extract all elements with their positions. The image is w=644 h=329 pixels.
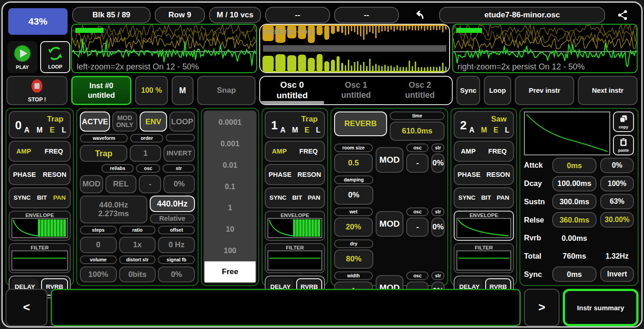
decay-time-button[interactable]: 100.00ms: [552, 176, 597, 191]
osc2-pan[interactable]: PAN: [497, 194, 509, 201]
osc2-filter-thumbnail[interactable]: [456, 250, 511, 271]
env-toggle[interactable]: ENV: [140, 111, 168, 132]
prev-instr-button[interactable]: Prev instr: [515, 76, 574, 105]
osc1-sync-bit-pan[interactable]: SYNC BIT PAN: [265, 187, 325, 208]
snap-button[interactable]: Snap: [197, 76, 256, 105]
room-size-button[interactable]: 0.5: [334, 154, 373, 173]
osc0-pan[interactable]: PAN: [53, 194, 66, 201]
osc2-amp[interactable]: AMP: [461, 148, 476, 155]
osc1-header[interactable]: 1 Trap A M E L: [265, 111, 325, 138]
osc1-reson[interactable]: RESON: [298, 171, 321, 178]
slot-2[interactable]: --: [334, 7, 399, 23]
osc1-bit[interactable]: BIT: [292, 194, 302, 201]
ratio-option-selected[interactable]: Free: [204, 261, 256, 282]
instr-summary-button[interactable]: Instr summary: [563, 289, 639, 326]
osc0-freq[interactable]: FREQ: [45, 148, 63, 155]
offset-button[interactable]: 0 Hz: [158, 237, 195, 254]
filename-field[interactable]: etude7-86-minor.osc: [439, 7, 605, 23]
osc1-filter-thumbnail[interactable]: [267, 250, 322, 271]
damping-button[interactable]: 0%: [334, 186, 373, 205]
reverb-title-button[interactable]: REVERB: [334, 111, 387, 136]
mod2-osc-button[interactable]: -: [406, 218, 429, 237]
signal-fb-button[interactable]: 0%: [158, 266, 195, 282]
freq-mode-button[interactable]: Relative: [150, 214, 195, 223]
osc2-reson[interactable]: RESON: [487, 171, 510, 178]
decay-pct-button[interactable]: 100%: [600, 176, 634, 191]
active-toggle[interactable]: ACTVE: [80, 111, 110, 132]
order-button[interactable]: 1: [130, 145, 161, 162]
osc0-reson[interactable]: RESON: [43, 171, 67, 178]
waveform-select-button[interactable]: Trap: [80, 145, 127, 162]
loop-toggle-button[interactable]: LOOP: [40, 41, 70, 73]
osc2-phase-reson[interactable]: PHASE RESON: [454, 164, 514, 185]
stop-button[interactable]: STOP !: [6, 76, 68, 105]
mod1-str-button[interactable]: 0%: [431, 154, 445, 173]
block-indicator[interactable]: Blk 85 / 89: [72, 7, 151, 23]
ratio-option[interactable]: 10: [204, 218, 256, 240]
osc1-sync[interactable]: SYNC: [269, 194, 287, 201]
steps-button[interactable]: 0: [80, 237, 117, 254]
osc2-filter-box[interactable]: FILTER: [454, 243, 514, 273]
mod-str-button[interactable]: 0%: [163, 175, 195, 193]
next-page-button[interactable]: >: [524, 289, 560, 326]
osc2-freq[interactable]: FREQ: [488, 148, 507, 155]
sustain-time-button[interactable]: 300.0ms: [552, 194, 597, 209]
voices-indicator[interactable]: M / 10 vcs: [209, 7, 261, 23]
slot-1[interactable]: --: [265, 7, 330, 23]
mono-button[interactable]: M: [172, 76, 194, 105]
invert-button[interactable]: INVERT: [163, 145, 195, 162]
ratio-option[interactable]: 0.001: [204, 133, 256, 154]
osc2-envelope-thumbnail[interactable]: [456, 218, 511, 238]
mod1-osc-button[interactable]: -: [406, 154, 429, 173]
undo-icon[interactable]: [409, 7, 429, 23]
ratio-option[interactable]: 1: [204, 197, 256, 218]
freq-value-button[interactable]: 440.0Hz: [150, 196, 195, 212]
loop-button[interactable]: Loop: [484, 76, 511, 105]
osc0-amp-freq[interactable]: AMP FREQ: [9, 141, 71, 162]
osc0-filter-thumbnail[interactable]: [11, 250, 68, 271]
osc2-bit[interactable]: BIT: [481, 194, 491, 201]
play-button[interactable]: PLAY: [7, 41, 37, 73]
copy-button[interactable]: copy: [613, 111, 634, 132]
tab-osc-1[interactable]: Osc 1 untitled: [324, 77, 388, 104]
osc1-envelope-box[interactable]: ENVELOPE: [265, 211, 325, 241]
left-scope[interactable]: left-zoom=2x persist On 12 - 50%: [71, 24, 257, 73]
reverb-mod1-button[interactable]: MOD: [376, 147, 403, 173]
mod-osc-button[interactable]: -: [139, 175, 161, 193]
ratio-selector[interactable]: 0.0001 0.001 0.01 0.1 1 10 100 Free: [204, 111, 257, 283]
attack-pct-button[interactable]: 0%: [600, 158, 634, 173]
tab-osc-2[interactable]: Osc 2 untitled: [388, 77, 452, 104]
relabs-button[interactable]: REL: [105, 175, 137, 193]
osc0-sync[interactable]: SYNC: [14, 194, 31, 201]
osc2-sync-bit-pan[interactable]: SYNC BIT PAN: [454, 187, 514, 208]
osc1-amp-freq[interactable]: AMP FREQ: [265, 141, 325, 162]
osc0-envelope-thumbnail[interactable]: [11, 218, 68, 238]
invert-button[interactable]: Invert: [600, 266, 634, 282]
osc0-filter-box[interactable]: FILTER: [9, 243, 71, 273]
attack-time-button[interactable]: 0ms: [552, 158, 597, 173]
sync-button[interactable]: Sync: [456, 76, 480, 105]
prev-page-button[interactable]: <: [5, 289, 47, 326]
paste-button[interactable]: paste: [613, 135, 634, 155]
osc1-phase-reson[interactable]: PHASE RESON: [265, 164, 325, 185]
cpu-load-badge[interactable]: 43%: [8, 8, 68, 35]
row-indicator[interactable]: Row 9: [155, 7, 205, 23]
osc0-phase[interactable]: PHASE: [13, 171, 36, 178]
right-scope[interactable]: right-zoom=2x persist On 12 - 50%: [452, 24, 638, 73]
osc2-phase[interactable]: PHASE: [458, 171, 481, 178]
instrument-select-button[interactable]: Inst #0 untitled: [71, 76, 131, 105]
freq-readout[interactable]: 440.0Hz 2.273ms: [80, 196, 147, 223]
tab-osc-0[interactable]: Osc 0 untitled: [260, 77, 324, 104]
sustain-pct-button[interactable]: 63%: [600, 194, 634, 209]
ratio-option[interactable]: 0.0001: [204, 111, 256, 133]
ratio-button[interactable]: 1x: [119, 237, 156, 254]
osc1-pan[interactable]: PAN: [308, 194, 320, 201]
volume-button[interactable]: 100%: [80, 266, 117, 282]
osc2-envelope-box[interactable]: ENVELOPE: [454, 211, 514, 241]
osc0-header[interactable]: 0 Trap A M E L: [9, 111, 71, 138]
ratio-option[interactable]: 0.01: [204, 154, 256, 176]
next-instr-button[interactable]: Next instr: [578, 76, 638, 105]
osc1-filter-box[interactable]: FILTER: [265, 243, 325, 273]
osc1-phase[interactable]: PHASE: [269, 171, 292, 178]
osc1-amp[interactable]: AMP: [272, 148, 287, 155]
